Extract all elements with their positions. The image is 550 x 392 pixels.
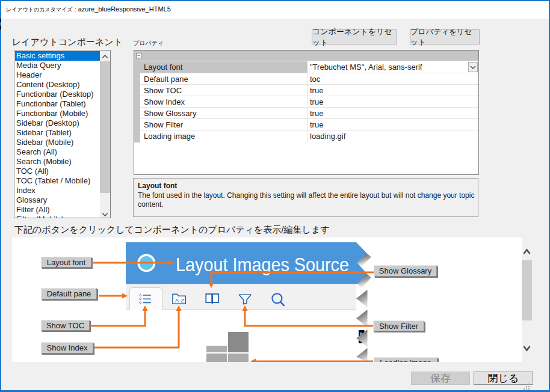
svg-text:A-Z: A-Z xyxy=(175,297,185,304)
